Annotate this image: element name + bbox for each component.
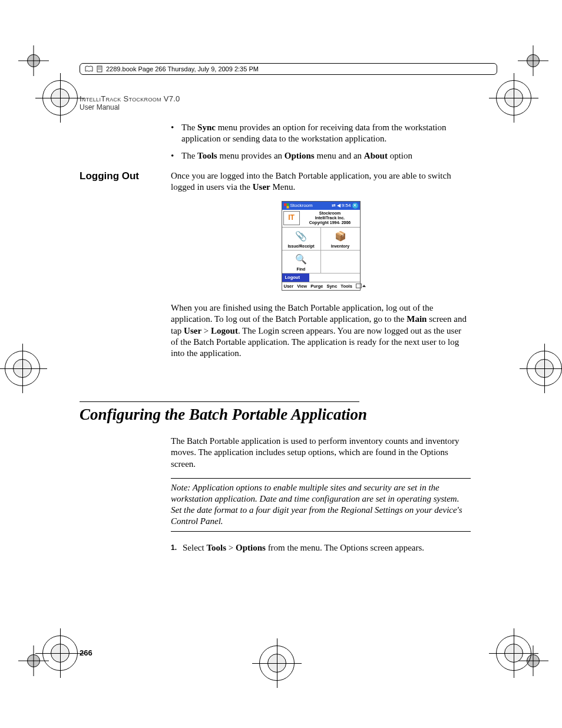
connectivity-icon: ⇄ (332, 203, 336, 209)
crop-mark (496, 80, 531, 116)
crop-mark (42, 80, 78, 116)
side-heading-logging-out: Logging Out (80, 170, 171, 368)
list-item: The Tools menu provides an Options menu … (181, 150, 471, 162)
search-icon: 🔍 (295, 253, 307, 265)
menu-bar: User View Purge Sync Tools (282, 282, 360, 291)
page-icon (97, 65, 103, 73)
section-rule (80, 401, 359, 402)
app-tile-inventory: 📦 Inventory (321, 228, 360, 251)
crop-mark (496, 635, 531, 671)
window-titlebar: Stockroom ⇄ ◀ 9:54 ✕ (282, 202, 360, 210)
intellitrack-logo-icon: IT (283, 211, 300, 225)
clip-icon: 📎 (295, 230, 307, 242)
paragraph: Once you are logged into the Batch Porta… (171, 170, 471, 193)
crop-mark (527, 351, 562, 386)
running-head: IntelliTrack Stockroom V7.0 User Manual (80, 94, 471, 111)
paragraph: The Batch Portable application is used t… (171, 436, 471, 470)
print-header-text: 2289.book Page 266 Thursday, July 9, 200… (106, 65, 259, 73)
brand-banner: IT Stockroom IntelliTrack Inc. Copyright… (282, 210, 360, 228)
list-item: The Sync menu provides an option for rec… (181, 122, 471, 144)
window-title: Stockroom (290, 203, 313, 209)
bullet-list: The Sync menu provides an option for rec… (171, 122, 471, 162)
running-head-subtitle: User Manual (80, 103, 471, 111)
book-icon (85, 65, 93, 73)
page-content: IntelliTrack Stockroom V7.0 User Manual … (80, 94, 471, 657)
box-icon: 📦 (335, 230, 346, 242)
windows-logo-icon (284, 203, 289, 209)
menu-tools: Tools (340, 284, 352, 289)
app-tile-find: 🔍 Find (282, 251, 321, 274)
svg-rect-0 (97, 66, 102, 72)
keyboard-icon (356, 284, 362, 288)
menu-user: User (284, 284, 294, 289)
app-tile-issue-receipt: 📎 Issue/Receipt (282, 228, 321, 251)
section-heading: Configuring the Batch Portable Applicati… (80, 406, 471, 424)
crop-mark (42, 635, 78, 671)
page-number: 266 (80, 648, 92, 657)
print-header: 2289.book Page 266 Thursday, July 9, 200… (80, 63, 497, 75)
device-screenshot: Stockroom ⇄ ◀ 9:54 ✕ IT Stockroom Intell… (282, 201, 361, 291)
step-list: Select Tools > Options from the menu. Th… (171, 542, 471, 554)
crop-mark (5, 351, 40, 386)
menu-popup-logout: Logout (282, 274, 309, 282)
crop-mark (527, 54, 540, 67)
app-tile-empty (321, 251, 360, 274)
menu-sync: Sync (326, 284, 337, 289)
paragraph: When you are finished using the Batch Po… (171, 302, 471, 359)
crop-mark (27, 654, 40, 667)
chevron-up-icon (362, 285, 366, 287)
clock-text: 9:54 (342, 203, 351, 209)
list-item: Select Tools > Options from the menu. Th… (183, 542, 471, 554)
menu-purge: Purge (310, 284, 323, 289)
crop-mark (27, 54, 40, 67)
close-icon: ✕ (352, 203, 358, 209)
note-block: Note: Application options to enable mult… (171, 478, 471, 532)
running-head-title: IntelliTrack Stockroom V7.0 (80, 94, 471, 103)
volume-icon: ◀ (337, 203, 340, 209)
menu-view: View (297, 284, 307, 289)
